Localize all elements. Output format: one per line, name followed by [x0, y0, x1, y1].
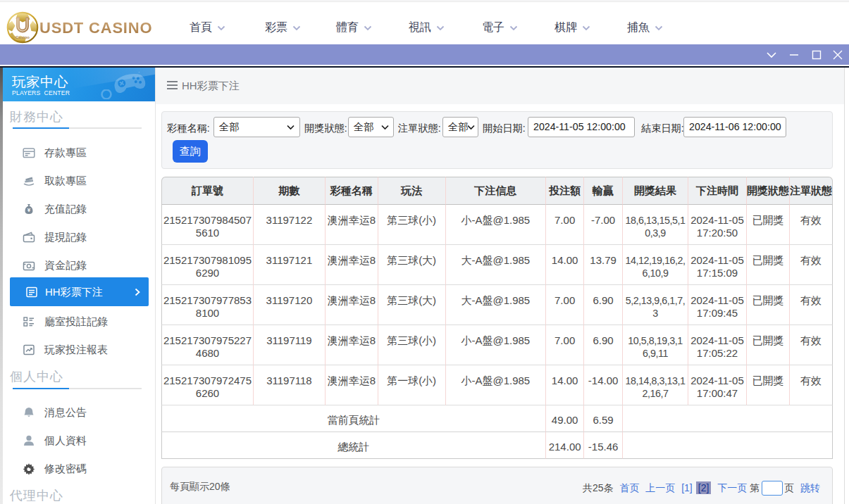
svg-text:¥: ¥: [27, 207, 31, 213]
svg-text:Casino: Casino: [16, 35, 30, 39]
